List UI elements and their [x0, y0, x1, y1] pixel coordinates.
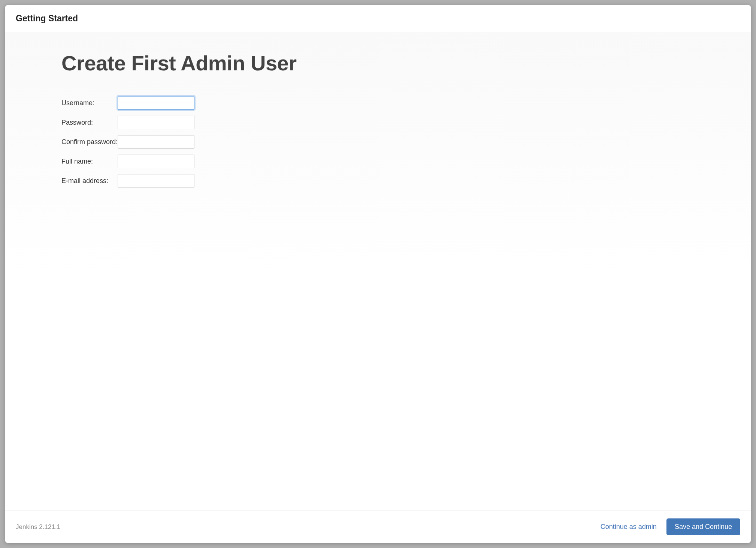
admin-user-form: Username: Password: Confirm password: Fu…	[61, 90, 194, 194]
username-label: Username:	[61, 96, 118, 110]
password-label: Password:	[61, 116, 118, 129]
form-row-full-name: Full name:	[61, 155, 194, 168]
header-title: Getting Started	[16, 13, 740, 24]
modal-header: Getting Started	[5, 5, 751, 32]
form-row-username: Username:	[61, 96, 194, 110]
confirm-password-label: Confirm password:	[61, 135, 118, 149]
continue-as-admin-button[interactable]: Continue as admin	[599, 520, 658, 534]
setup-wizard-modal: Getting Started Create First Admin User …	[5, 5, 751, 543]
save-and-continue-button[interactable]: Save and Continue	[666, 518, 740, 535]
footer-actions: Continue as admin Save and Continue	[599, 518, 740, 535]
email-label: E-mail address:	[61, 174, 118, 188]
email-input[interactable]	[118, 174, 194, 188]
modal-content: Create First Admin User Username: Passwo…	[5, 32, 751, 511]
modal-footer: Jenkins 2.121.1 Continue as admin Save a…	[5, 511, 751, 543]
confirm-password-input[interactable]	[118, 135, 194, 149]
username-input[interactable]	[118, 96, 194, 110]
password-input[interactable]	[118, 116, 194, 129]
full-name-label: Full name:	[61, 155, 118, 168]
content-inner: Create First Admin User Username: Passwo…	[5, 51, 751, 194]
page-title: Create First Admin User	[61, 51, 751, 75]
full-name-input[interactable]	[118, 155, 194, 168]
form-row-email: E-mail address:	[61, 174, 194, 188]
form-row-password: Password:	[61, 116, 194, 129]
form-row-confirm-password: Confirm password:	[61, 135, 194, 149]
version-label: Jenkins 2.121.1	[16, 523, 60, 531]
